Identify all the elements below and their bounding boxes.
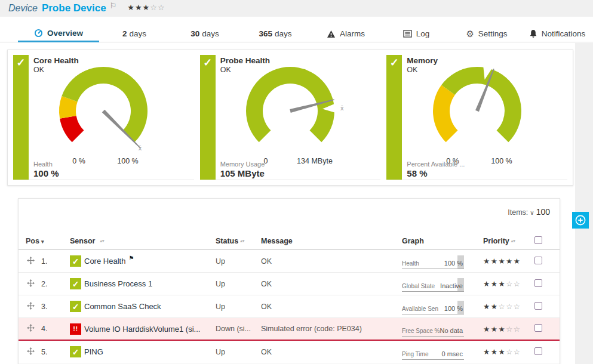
graph-channel-value: No data: [440, 327, 463, 334]
tab-365-days[interactable]: 365days: [240, 25, 311, 42]
stars-filled: ★★★: [127, 3, 150, 12]
row-checkbox[interactable]: [534, 324, 542, 332]
gauge-min-label: 0 %: [73, 157, 86, 165]
gauge-max-label: 100 %: [491, 157, 512, 165]
sensor-name-link[interactable]: Volume IO HarddiskVolume1 (si...: [84, 325, 200, 334]
tab-notifications[interactable]: Notifications: [522, 25, 592, 42]
table-body: 1.✓Core Health⚑UpOKHealth100 %★★★★★2.✓Bu…: [19, 250, 560, 363]
mini-graph[interactable]: Free Space %No data: [402, 321, 464, 337]
sensor-name-link[interactable]: PING: [84, 347, 103, 356]
drag-handle[interactable]: [27, 324, 41, 334]
tab-label: Alarms: [340, 29, 365, 38]
bell-icon: [529, 29, 537, 38]
tab-settings[interactable]: ⚙Settings: [451, 25, 522, 42]
mini-graph[interactable]: Available Sen100 %: [402, 299, 464, 314]
select-all-checkbox[interactable]: [534, 236, 542, 244]
sensor-ok-icon: ✓: [70, 255, 81, 267]
drag-handle[interactable]: [27, 257, 41, 266]
log-icon: [403, 30, 412, 38]
tab-label: Settings: [478, 29, 508, 38]
row-checkbox[interactable]: [534, 302, 542, 310]
tab-overview[interactable]: Overview: [18, 25, 99, 42]
row-position: 4.: [41, 325, 70, 333]
table-row-ping: 5.✓PINGUpOKPing Time0 msec★★★☆☆: [19, 341, 560, 363]
drag-handle[interactable]: [27, 279, 41, 289]
column-priority[interactable]: Priority▴▾: [483, 237, 534, 245]
tab-30-days[interactable]: 30days: [170, 25, 240, 42]
stars-filled: ★★★: [483, 280, 506, 288]
graph-channel-label: Health: [402, 260, 419, 267]
tab-bar: Overview2days30days365daysAlarmsLog⚙Sett…: [0, 25, 593, 42]
priority-stars[interactable]: ★★★★★: [483, 257, 534, 266]
row-checkbox[interactable]: [534, 279, 542, 287]
channel-label: Health: [33, 161, 59, 168]
gauge-dial: x̄0 %100 %: [408, 63, 546, 168]
sensor-name-link[interactable]: Core Health: [84, 257, 125, 266]
sensor-message: OK: [261, 303, 402, 311]
row-checkbox[interactable]: [534, 347, 542, 355]
status-strip: ✓: [13, 55, 29, 180]
tab-alarms[interactable]: Alarms: [311, 25, 381, 42]
drag-handle[interactable]: [27, 302, 41, 311]
stars-empty: ☆☆: [150, 3, 165, 12]
items-count-dropdown[interactable]: Items:∨100: [508, 207, 550, 217]
tab-log[interactable]: Log: [381, 25, 451, 42]
sensor-message: OK: [261, 348, 402, 356]
column-status[interactable]: Status▴▾: [216, 237, 261, 245]
gauge-dial: x̄0134 MByte: [222, 63, 359, 168]
priority-stars[interactable]: ★★☆☆☆: [483, 302, 534, 311]
sensor-status: Up: [216, 348, 261, 356]
gear-icon: ⚙: [466, 29, 474, 38]
row-position: 5.: [41, 348, 70, 356]
graph-channel-value: 100 %: [444, 260, 463, 267]
column-sensor[interactable]: Sensor▴▾: [70, 237, 216, 245]
status-strip: ✓: [200, 55, 216, 180]
mini-graph[interactable]: Ping Time0 msec: [402, 344, 464, 360]
priority-stars[interactable]: ★★★☆☆: [483, 325, 534, 334]
sort-desc-icon: ▾: [41, 239, 44, 245]
stars-empty: ☆☆: [506, 348, 521, 356]
sensor-name-link[interactable]: Business Process 1: [84, 279, 152, 288]
row-position: 2.: [41, 280, 70, 288]
sensor-ok-icon: ✓: [70, 301, 81, 312]
priority-stars[interactable]: ★★★☆☆: [483, 279, 534, 288]
device-priority-stars[interactable]: ★★★☆☆: [127, 3, 165, 12]
graph-channel-label: Available Sen: [402, 306, 438, 312]
stars-filled: ★★★★★: [483, 257, 521, 266]
channel-label: Memory Usage: [220, 161, 265, 168]
priority-stars[interactable]: ★★★☆☆: [483, 347, 534, 356]
average-marker: x̄: [139, 144, 142, 152]
sensor-name-link[interactable]: Common SaaS Check: [84, 302, 161, 311]
table-row-core-health: 1.✓Core Health⚑UpOKHealth100 %★★★★★: [19, 250, 560, 273]
gauges-card: ✓Core HealthOKx̄0 %100 %Health100 %✓Prob…: [7, 50, 573, 186]
sensor-status: Up: [216, 280, 261, 288]
check-icon: ✓: [13, 56, 29, 69]
flag-icon[interactable]: ⚐: [110, 1, 117, 10]
right-scroll-gutter[interactable]: [575, 43, 593, 364]
column-pos[interactable]: Pos▾: [26, 237, 70, 245]
sort-icon[interactable]: ▴▾: [511, 239, 515, 242]
tab-prefix: 2: [122, 29, 127, 38]
warning-icon: [327, 30, 336, 38]
check-icon: ✓: [386, 56, 402, 69]
stars-empty: ☆☆: [506, 325, 521, 334]
gauge-memory[interactable]: ✓MemoryOKx̄0 %100 %Percent Available ...…: [386, 55, 567, 180]
sensor-status: Down (si...: [216, 325, 261, 333]
row-checkbox[interactable]: [534, 257, 542, 264]
channel-value: 100 %: [33, 168, 59, 178]
gauge-probe-health[interactable]: ✓Probe HealthOKx̄0134 MByteMemory Usage1…: [200, 55, 381, 180]
sort-icon[interactable]: ▴▾: [100, 239, 104, 242]
table-header-row: Pos▾Sensor▴▾Status▴▾MessageGraphPriority…: [19, 232, 560, 250]
tab-2-days[interactable]: 2days: [99, 25, 170, 42]
channel-value: 58 %: [407, 168, 465, 178]
mini-graph[interactable]: Health100 %: [402, 254, 464, 269]
graph-channel-label: Global State: [402, 283, 435, 289]
sensor-message: OK: [261, 257, 402, 266]
sensor-status: Up: [216, 303, 261, 311]
table-row-common-saas-check: 3.✓Common SaaS CheckUpOKAvailable Sen100…: [19, 295, 560, 318]
sort-icon[interactable]: ▴▾: [240, 239, 244, 242]
mini-graph[interactable]: Global StateInactive: [402, 276, 464, 292]
add-button[interactable]: [572, 212, 589, 229]
drag-handle[interactable]: [27, 347, 41, 357]
gauge-core-health[interactable]: ✓Core HealthOKx̄0 %100 %Health100 %: [13, 55, 194, 180]
